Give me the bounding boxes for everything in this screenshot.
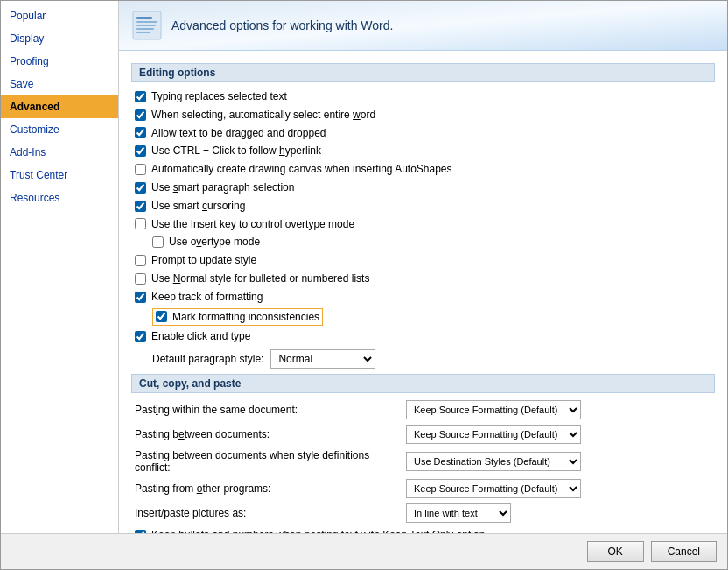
cb-overtype-mode[interactable] [152,236,164,248]
option-prompt-style: Prompt to update style [131,253,715,268]
insert-pictures-select[interactable]: In line with text Square Tight Through B… [406,503,511,523]
bottom-bar: OK Cancel [1,533,727,569]
paste-between-label: Pasting between documents: [135,428,406,440]
cancel-button[interactable]: Cancel [651,541,717,562]
cb-drawing-canvas[interactable] [135,164,146,175]
sidebar-item-popular[interactable]: Popular [1,4,118,27]
word-options-dialog: Popular Display Proofing Save Advanced C… [0,0,728,570]
option-smart-para: Use smart paragraph selection [131,180,715,195]
option-drawing-canvas: Automatically create drawing canvas when… [131,162,715,177]
sidebar-item-trustcenter[interactable]: Trust Center [1,164,118,186]
cb-mark-format-wrapper: Mark formatting inconsistencies [152,308,323,327]
svg-rect-1 [136,17,152,19]
main-content: Advanced options for working with Word. … [119,1,727,533]
sidebar-item-resources[interactable]: Resources [1,186,118,209]
option-auto-select-word: When selecting, automatically select ent… [131,108,715,123]
insert-pictures-row: Insert/paste pictures as: In line with t… [131,503,715,523]
insert-pictures-label: Insert/paste pictures as: [135,507,406,519]
cb-normal-style[interactable] [135,273,146,285]
paragraph-style-row: Default paragraph style: Normal Heading … [152,349,715,369]
option-drag-drop: Allow text to be dragged and dropped [131,126,715,141]
sidebar-item-save[interactable]: Save [1,73,118,95]
option-normal-style: Use Normal style for bulleted or numbere… [131,271,715,286]
dialog-header: Advanced options for working with Word. [119,1,727,51]
ok-button[interactable]: OK [587,541,644,562]
cb-smart-cursor[interactable] [135,201,146,212]
word-options-icon [131,10,163,41]
header-title: Advanced options for working with Word. [172,18,393,32]
svg-rect-4 [136,28,154,30]
paste-same-select[interactable]: Keep Source Formatting (Default) Merge F… [406,400,581,419]
sidebar-item-display[interactable]: Display [1,27,118,50]
sidebar-item-proofing[interactable]: Proofing [1,50,118,73]
editing-section-header: Editing options [131,63,715,82]
paste-conflict-select[interactable]: Use Destination Styles (Default) Keep So… [406,452,581,471]
content-area[interactable]: Editing options Typing replaces selected… [119,51,727,533]
sidebar: Popular Display Proofing Save Advanced C… [1,1,119,533]
option-overtype-mode: Use overtype mode [131,235,715,250]
cb-auto-select-word[interactable] [135,109,146,121]
option-insert-key: Use the Insert key to control overtype m… [131,217,715,232]
option-typing-replaces: Typing replaces selected text [131,89,715,104]
paste-same-label: Pasting within the same document: [135,404,406,416]
paragraph-style-label: Default paragraph style: [152,353,263,365]
option-smart-cursor: Use smart cursoring [131,199,715,214]
sidebar-item-advanced[interactable]: Advanced [1,95,118,118]
paste-other-row: Pasting from other programs: Keep Source… [131,479,715,498]
option-keep-track: Keep track of formatting [131,290,715,305]
svg-rect-2 [136,21,158,23]
cb-typing-replaces[interactable] [135,91,146,102]
paste-conflict-row: Pasting between documents when style def… [131,449,715,474]
cb-insert-key[interactable] [135,218,146,229]
paste-between-select[interactable]: Keep Source Formatting (Default) Merge F… [406,425,581,444]
cb-smart-para[interactable] [135,182,146,194]
cb-prompt-style[interactable] [135,255,146,266]
cb-ctrl-click[interactable] [135,145,146,157]
svg-rect-5 [136,32,150,33]
paragraph-style-select[interactable]: Normal Heading 1 Heading 2 Body Text [270,349,375,369]
cb-drag-drop[interactable] [135,127,146,138]
paste-between-row: Pasting between documents: Keep Source F… [131,425,715,444]
dialog-body: Popular Display Proofing Save Advanced C… [1,1,727,533]
cb-keep-track[interactable] [135,292,146,303]
svg-rect-3 [136,25,156,26]
paste-other-select[interactable]: Keep Source Formatting (Default) Merge F… [406,479,581,498]
paste-other-label: Pasting from other programs: [135,482,406,495]
option-mark-format: Mark formatting inconsistencies [131,308,715,327]
option-enable-click: Enable click and type [131,329,715,344]
sidebar-item-addins[interactable]: Add-Ins [1,141,118,164]
paste-conflict-label: Pasting between documents when style def… [135,449,406,474]
paste-same-row: Pasting within the same document: Keep S… [131,400,715,419]
sidebar-item-customize[interactable]: Customize [1,118,118,141]
cb-mark-format[interactable] [156,311,167,322]
option-ctrl-click: Use CTRL + Click to follow hyperlink [131,144,715,158]
cut-copy-paste-section-header: Cut, copy, and paste [131,374,715,393]
cb-enable-click[interactable] [135,331,146,342]
